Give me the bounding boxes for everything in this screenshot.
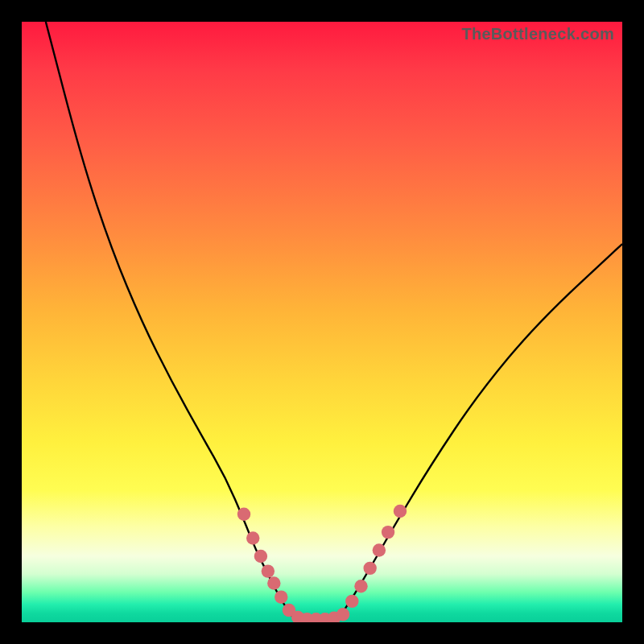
data-marker bbox=[394, 505, 407, 518]
data-marker bbox=[336, 608, 349, 621]
plot-area: TheBottleneck.com bbox=[22, 22, 622, 622]
data-marker bbox=[246, 531, 259, 544]
data-marker bbox=[345, 595, 358, 608]
curve-left-branch bbox=[46, 22, 292, 617]
data-marker bbox=[363, 562, 376, 575]
data-marker bbox=[354, 580, 367, 592]
data-marker bbox=[237, 508, 250, 521]
data-marker bbox=[267, 576, 280, 589]
data-marker bbox=[262, 564, 275, 577]
bottleneck-curve bbox=[22, 22, 622, 622]
curve-right-branch bbox=[340, 244, 622, 617]
chart-frame: TheBottleneck.com bbox=[0, 0, 644, 644]
data-marker bbox=[275, 590, 287, 603]
data-marker bbox=[254, 550, 267, 563]
data-marker bbox=[382, 526, 394, 539]
data-marker bbox=[373, 543, 386, 556]
